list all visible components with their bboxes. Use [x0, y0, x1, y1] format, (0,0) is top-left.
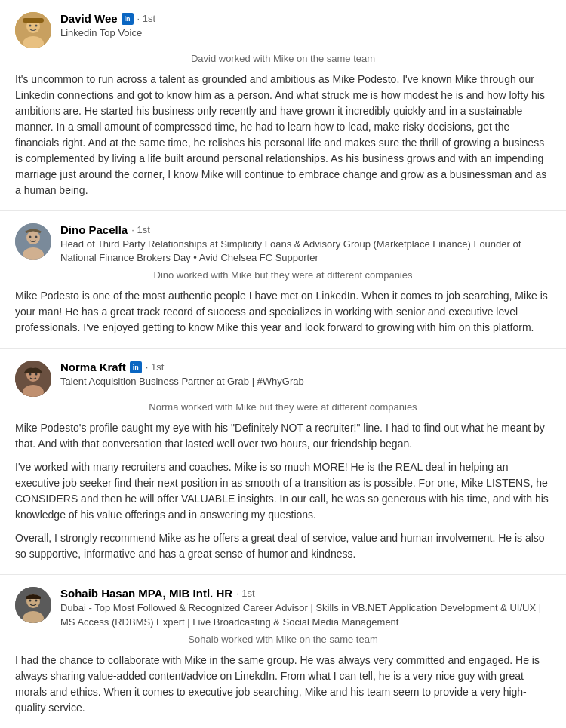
- rec-title: Linkedin Top Voice: [60, 26, 551, 40]
- rec-connection: · 1st: [137, 13, 156, 24]
- svg-rect-21: [26, 597, 40, 599]
- rec-header: Sohaib Hasan MPA, MIB Intl. HR · 1st Dub…: [15, 587, 551, 628]
- rec-connection: · 1st: [146, 361, 165, 373]
- rec-text: Mike Podesto is one of the most authenti…: [15, 288, 551, 336]
- recommendation-sohaib-hasan: Sohaib Hasan MPA, MIB Intl. HR · 1st Dub…: [0, 575, 566, 728]
- rec-title: Head of Third Party Relationships at Sim…: [60, 238, 551, 265]
- rec-title: Talent Acquisition Business Partner at G…: [60, 375, 551, 389]
- svg-point-19: [29, 600, 32, 602]
- recommendation-norma-kraft: Norma Kraft in · 1st Talent Acquisition …: [0, 349, 566, 575]
- avatar: [15, 12, 51, 48]
- rec-header: David Wee in · 1st Linkedin Top Voice: [15, 12, 551, 48]
- rec-text: It's uncommon to run across a talent as …: [15, 72, 551, 198]
- avatar: [15, 587, 51, 623]
- rec-text: I had the chance to collaborate with Mik…: [15, 653, 551, 716]
- rec-info: Norma Kraft in · 1st Talent Acquisition …: [60, 361, 551, 389]
- svg-rect-5: [23, 18, 44, 23]
- rec-connection: · 1st: [131, 224, 150, 235]
- avatar: [15, 223, 51, 260]
- svg-point-10: [35, 236, 38, 238]
- rec-info: Dino Pacella · 1st Head of Third Party R…: [60, 223, 551, 265]
- rec-paragraph: Mike Podesto is one of the most authenti…: [15, 288, 551, 336]
- svg-point-7: [26, 231, 40, 244]
- avatar: [15, 361, 51, 397]
- rec-header: Dino Pacella · 1st Head of Third Party R…: [15, 223, 551, 265]
- rec-text: Mike Podesto's profile caught my eye wit…: [15, 420, 551, 562]
- rec-name[interactable]: Sohaib Hasan MPA, MIB Intl. HR: [60, 587, 232, 600]
- linkedin-badge: in: [130, 361, 142, 373]
- rec-relationship: Dino worked with Mike but they were at d…: [15, 269, 551, 281]
- rec-name[interactable]: Norma Kraft: [60, 361, 126, 373]
- rec-info: David Wee in · 1st Linkedin Top Voice: [60, 12, 551, 40]
- svg-point-15: [35, 373, 38, 376]
- rec-paragraph: I've worked with many recruiters and coa…: [15, 459, 551, 523]
- rec-connection: · 1st: [236, 588, 255, 599]
- linkedin-badge: in: [122, 13, 134, 25]
- rec-paragraph: I had the chance to collaborate with Mik…: [15, 653, 551, 716]
- recommendation-david-wee: David Wee in · 1st Linkedin Top Voice Da…: [0, 0, 566, 211]
- rec-relationship: David worked with Mike on the same team: [15, 53, 551, 64]
- rec-header: Norma Kraft in · 1st Talent Acquisition …: [15, 361, 551, 397]
- svg-point-3: [29, 25, 32, 27]
- rec-title: Dubai - Top Most Followed & Recognized C…: [60, 601, 551, 628]
- rec-info: Sohaib Hasan MPA, MIB Intl. HR · 1st Dub…: [60, 587, 551, 628]
- rec-name[interactable]: David Wee: [60, 12, 118, 25]
- svg-point-9: [29, 236, 32, 238]
- rec-paragraph: Overall, I strongly recommend Mike as he…: [15, 530, 551, 562]
- rec-name-row: Sohaib Hasan MPA, MIB Intl. HR · 1st: [60, 587, 551, 600]
- rec-paragraph: Mike Podesto's profile caught my eye wit…: [15, 420, 551, 452]
- svg-point-20: [35, 600, 38, 602]
- rec-relationship: Sohaib worked with Mike on the same team: [15, 634, 551, 645]
- rec-name-row: Dino Pacella · 1st: [60, 223, 551, 236]
- rec-name-row: David Wee in · 1st: [60, 12, 551, 25]
- rec-name-row: Norma Kraft in · 1st: [60, 361, 551, 373]
- rec-relationship: Norma worked with Mike but they were at …: [15, 401, 551, 413]
- rec-name[interactable]: Dino Pacella: [60, 223, 128, 236]
- rec-paragraph: It's uncommon to run across a talent as …: [15, 72, 551, 198]
- recommendation-dino-pacella: Dino Pacella · 1st Head of Third Party R…: [0, 211, 566, 349]
- svg-point-4: [35, 25, 38, 27]
- svg-point-14: [29, 373, 32, 376]
